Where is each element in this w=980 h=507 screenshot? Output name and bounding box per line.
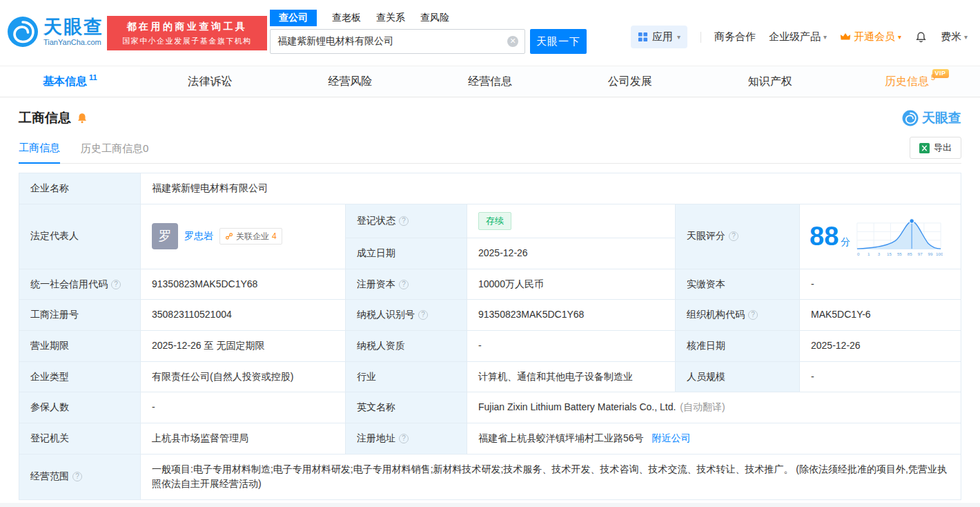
user-account-menu[interactable]: 费米 ▾ [941,30,968,44]
table-row: 参保人数 - 英文名称 Fujian Zixin Lithium Battery… [19,392,961,423]
tab-company-development[interactable]: 公司发展 [560,66,700,97]
field-value-business-term: 2025-12-26 至 无固定期限 [141,330,346,361]
field-label-reg-status: 登记状态? [346,204,467,238]
logo-text: 天眼查 [43,17,104,37]
field-value-taxpayer-id: 91350823MAK5DC1Y68 [467,300,676,331]
field-label-english-name: 英文名称 [346,392,467,423]
table-row: 经营范围? 一般项目:电子专用材料制造;电子专用材料研发;电子专用材料销售;新材… [19,454,961,499]
clear-search-icon[interactable]: ✕ [507,36,518,47]
table-row: 统一社会信用代码? 91350823MAK5DC1Y68 注册资本? 10000… [19,269,961,300]
legal-rep-link[interactable]: 罗忠岩 [184,229,213,244]
field-value-org-code: MAK5DC1Y-6 [800,300,961,331]
field-value-reg-authority: 上杭县市场监督管理局 [141,423,346,454]
apps-label: 应用 [652,30,673,44]
tianyancha-logo-icon [7,16,39,48]
table-row: 工商注册号 350823110521004 纳税人识别号? 91350823MA… [19,300,961,331]
subscribe-bell-icon[interactable] [76,112,88,124]
related-companies-count: 4 [272,230,277,243]
field-label-business-scope: 经营范围? [19,454,141,499]
page-bottom-gap [0,503,980,507]
tianyancha-logo[interactable]: 天眼查 TianYanCha.com [7,16,104,48]
chevron-down-icon: ▾ [823,33,827,41]
field-value-reg-status: 存续 [467,204,676,238]
field-label-company-type: 企业类型 [19,361,141,392]
tab-intellectual-property[interactable]: 知识产权 [700,66,840,97]
promo-line-1: 都在用的商业查询工具 [107,21,267,33]
search-button[interactable]: 天眼一下 [530,29,587,54]
field-label-taxpayer-id: 纳税人识别号? [346,300,467,331]
tab-operating-info[interactable]: 经营信息 [420,66,560,97]
status-badge: 存续 [478,212,511,230]
field-value-insured-num: - [141,392,346,423]
search-tab-boss[interactable]: 查老板 [332,10,361,26]
field-label-reg-authority: 登记机关 [19,423,141,454]
promo-banner: 都在用的商业查询工具 国家中小企业发展子基金旗下机构 [107,16,267,50]
notifications-button[interactable] [914,30,928,44]
section-title: 工商信息 [19,109,88,127]
help-icon[interactable]: ? [418,310,428,320]
search-tab-relation[interactable]: 查关系 [376,10,405,26]
business-info-table: 企业名称 福建紫新锂电材料有限公司 法定代表人 罗 罗忠岩 关联企业 4 登记状… [19,173,961,500]
help-icon[interactable]: ? [399,434,409,443]
nearby-companies-link[interactable]: 附近公司 [652,432,691,443]
field-value-taxpayer-quality: - [467,330,676,361]
apps-menu[interactable]: 应用 ▾ [631,26,687,48]
search-box: ✕ [270,29,525,54]
subtab-business-info[interactable]: 工商信息 [19,142,60,164]
logo-domain: TianYanCha.com [43,38,104,46]
table-row: 登记机关 上杭县市场监督管理局 注册地址? 福建省上杭县蛟洋镇坪埔村工业路56号… [19,423,961,454]
enterprise-products-menu[interactable]: 企业级产品 ▾ [769,30,827,44]
help-icon[interactable]: ? [72,472,82,481]
export-button[interactable]: 导出 [910,137,961,159]
legal-rep-avatar[interactable]: 罗 [152,223,178,249]
apps-grid-icon [638,32,648,42]
svg-text:55: 55 [897,251,902,256]
field-label-paid-capital: 实缴资本 [676,269,800,300]
search-tab-company[interactable]: 查公司 [270,10,317,26]
search-input[interactable] [271,36,525,47]
tab-count-badge: 5 [931,73,935,82]
svg-text:99: 99 [928,251,933,256]
table-row: 营业期限 2025-12-26 至 无固定期限 纳税人资质 - 核准日期 202… [19,330,961,361]
score-distribution-chart: 0 1 3 15 55 85 97 99 100 [856,215,943,258]
field-label-business-term: 营业期限 [19,330,141,361]
field-value-industry: 计算机、通信和其他电子设备制造业 [467,361,676,392]
table-row: 企业名称 福建紫新锂电材料有限公司 [19,173,961,204]
field-value-reg-capital: 10000万人民币 [467,269,676,300]
help-icon[interactable]: ? [748,310,758,320]
table-row: 企业类型 有限责任公司(自然人投资或控股) 行业 计算机、通信和其他电子设备制造… [19,361,961,392]
field-label-staff-size: 人员规模 [676,361,800,392]
tab-basic-info[interactable]: 基本信息 11 [0,66,140,97]
svg-text:0: 0 [857,251,860,256]
svg-text:97: 97 [918,251,923,256]
field-value-paid-capital: - [800,269,961,300]
field-label-legal-rep: 法定代表人 [19,204,141,269]
help-icon[interactable]: ? [111,280,121,289]
field-value-score: 88分 0 1 3 15 [800,204,961,269]
business-cooperation-link[interactable]: 商务合作 [714,30,756,44]
excel-icon [919,143,930,153]
section-header: 工商信息 天眼查 [19,109,961,127]
help-icon[interactable]: ? [399,280,409,289]
help-icon[interactable]: ? [399,216,409,226]
svg-text:85: 85 [908,251,912,256]
svg-text:100: 100 [936,251,943,256]
search-area: 查公司 查老板 查关系 查风险 ✕ 天眼一下 [270,10,587,54]
subtab-history-business-info[interactable]: 历史工商信息0 [81,142,148,163]
related-companies-tag[interactable]: 关联企业 4 [219,228,282,245]
search-tabs: 查公司 查老板 查关系 查风险 [270,10,587,26]
tab-legal-proceedings[interactable]: 法律诉讼 [140,66,280,97]
search-tab-risk[interactable]: 查风险 [420,10,449,26]
open-vip-menu[interactable]: 开通会员 ▾ [840,30,901,44]
bell-icon [914,30,928,44]
svg-text:1: 1 [868,251,870,256]
field-label-credit-code: 统一社会信用代码? [19,269,141,300]
tab-history-info[interactable]: VIP 历史信息 5 [840,66,980,97]
tab-count-badge: 11 [89,73,97,82]
tab-operating-risk[interactable]: 经营风险 [280,66,420,97]
field-label-address: 注册地址? [346,423,467,454]
help-icon[interactable]: ? [729,231,738,241]
field-value-english-name: Fujian Zixin Lithium Battery Materials C… [467,392,961,423]
field-value-address: 福建省上杭县蛟洋镇坪埔村工业路56号附近公司 [467,423,961,454]
auto-translate-note: (自动翻译) [680,401,725,412]
